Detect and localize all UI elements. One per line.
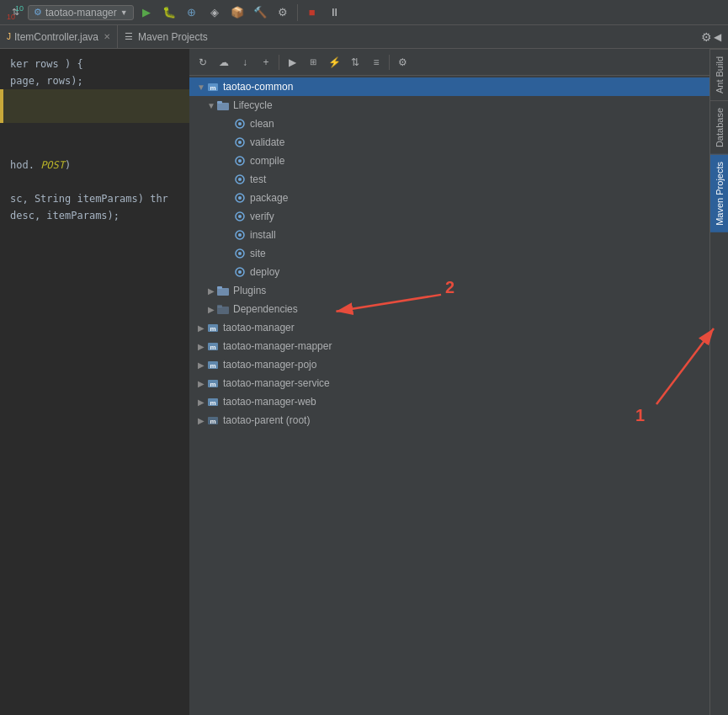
tree-item-package[interactable]: package	[189, 189, 709, 207]
deploy-button[interactable]: 📦	[227, 3, 247, 23]
tree-item-test[interactable]: test	[189, 170, 709, 189]
tree-item-label: site	[250, 248, 266, 259]
svg-rect-23	[217, 286, 222, 289]
tree-item-plugins[interactable]: ▶ Plugins	[189, 281, 709, 300]
counter-btn[interactable]: 10 10 ⇅	[5, 3, 25, 23]
code-text: page, rows);	[3, 72, 83, 89]
run-config-combo[interactable]: ⚙ taotao-manager ▼	[28, 5, 134, 20]
stop-button[interactable]: ■	[302, 3, 322, 23]
tree-item-verify[interactable]: verify	[189, 207, 709, 226]
tree-item-taotao-common[interactable]: ▼ m taotao-common	[189, 77, 709, 96]
maven-collapse-icon[interactable]: ◀	[714, 31, 721, 43]
coverage-button[interactable]: ⊕	[182, 3, 202, 23]
svg-text:m: m	[210, 362, 215, 370]
tree-item-install[interactable]: install	[189, 226, 709, 244]
maven-projects-tab[interactable]: Maven Projects	[710, 154, 729, 232]
code-line: desc, itemParams);	[0, 207, 189, 224]
tree-item-label: deploy	[250, 266, 279, 278]
svg-text:m: m	[210, 344, 215, 351]
svg-text:m: m	[210, 325, 215, 333]
add-maven-btn[interactable]: +	[256, 52, 276, 72]
tree-item-label: verify	[250, 211, 274, 222]
tree-item-taotao-manager-mapper[interactable]: ▶ m taotao-manager-mapper	[189, 337, 709, 355]
maven-panel-header: ☰ Maven Projects ⚙ ◀	[118, 25, 728, 48]
tree-item-site[interactable]: site	[189, 244, 709, 263]
tree-item-taotao-manager-pojo[interactable]: ▶ m taotao-manager-pojo	[189, 355, 709, 374]
tree-item-label: Lifecycle	[233, 99, 273, 111]
profile-button[interactable]: ◈	[205, 3, 225, 23]
tree-item-label: taotao-manager-mapper	[223, 340, 332, 352]
maven-settings-btn[interactable]: ⚙	[392, 52, 412, 72]
collapse-all-btn[interactable]: ≡	[366, 52, 386, 72]
generate-btn[interactable]: ⇅	[345, 52, 365, 72]
ant-button[interactable]: 🔨	[250, 3, 270, 23]
svg-point-19	[238, 252, 242, 255]
refresh-btn[interactable]: ↻	[193, 52, 213, 72]
tab-close-icon[interactable]: ✕	[104, 32, 110, 41]
run-config-btn[interactable]: ⊞	[303, 52, 323, 72]
line-marker	[0, 106, 3, 123]
maven-project-icon: m	[206, 414, 220, 427]
tree-item-label: taotao-manager-web	[223, 396, 316, 408]
maven-gear-icon[interactable]: ⚙	[701, 30, 712, 44]
tree-item-label: clean	[250, 118, 274, 130]
plugins-folder-icon	[216, 284, 230, 297]
tree-item-label: taotao-manager-service	[223, 377, 330, 389]
code-lines: ker rows ) { page, rows); hod. POST)	[0, 49, 189, 231]
tree-item-taotao-parent[interactable]: ▶ m taotao-parent (root)	[189, 411, 709, 430]
ant-build-tab[interactable]: Ant Build	[710, 49, 729, 100]
tree-item-taotao-manager[interactable]: ▶ m taotao-manager	[189, 318, 709, 337]
run-toolbar: 10 10 ⇅ ⚙ taotao-manager ▼ ▶ 🐛 ⊕ ◈ 📦 🔨 ⚙…	[0, 0, 728, 25]
toggle-offline-btn[interactable]: ⚡	[324, 52, 344, 72]
svg-point-9	[238, 159, 242, 163]
tree-item-label: taotao-manager	[223, 322, 295, 333]
maven-panel: ↻ ☁ ↓ + ▶ ⊞ ⚡ ⇅ ≡ ⚙ ▼ m taotao-common	[189, 49, 709, 715]
maven-tree[interactable]: ▼ m taotao-common ▼ Lifecycle	[189, 76, 709, 715]
dependencies-folder-icon	[216, 302, 230, 316]
tree-item-label: compile	[250, 155, 284, 167]
tab-item-controller[interactable]: J ItemController.java ✕	[0, 25, 118, 48]
tree-item-validate[interactable]: validate	[189, 133, 709, 152]
main-content: ker rows ) { page, rows); hod. POST)	[0, 49, 728, 715]
tree-item-lifecycle[interactable]: ▼ Lifecycle	[189, 96, 709, 115]
tree-item-label: Plugins	[233, 285, 266, 296]
svg-point-15	[238, 215, 242, 218]
code-line: ker rows ) {	[0, 56, 189, 72]
tree-item-deploy[interactable]: deploy	[189, 263, 709, 281]
expand-arrow: ▶	[196, 360, 206, 370]
maven-panel-title-label: Maven Projects	[138, 31, 208, 43]
tree-item-clean[interactable]: clean	[189, 115, 709, 133]
expand-arrow: ▶	[196, 323, 206, 333]
expand-arrow: ▶	[206, 286, 216, 296]
maven-project-icon: m	[206, 358, 220, 371]
code-text	[3, 89, 16, 106]
svg-point-21	[238, 270, 242, 274]
download-btn[interactable]: ↓	[235, 52, 255, 72]
expand-arrow: ▶	[206, 305, 216, 314]
tree-item-compile[interactable]: compile	[189, 152, 709, 170]
list-view-icon: ☰	[125, 31, 133, 42]
gear-lifecycle-icon	[233, 228, 247, 242]
svg-rect-22	[217, 288, 229, 296]
code-line-highlighted	[0, 106, 189, 123]
tree-item-taotao-manager-service[interactable]: ▶ m taotao-manager-service	[189, 374, 709, 392]
svg-rect-3	[217, 101, 222, 104]
debug-button[interactable]: 🐛	[159, 3, 179, 23]
gear-lifecycle-icon	[233, 117, 247, 131]
download-sources-btn[interactable]: ☁	[214, 52, 234, 72]
svg-point-13	[238, 196, 242, 200]
maven-project-icon: m	[206, 321, 220, 334]
run-maven-btn[interactable]: ▶	[282, 52, 302, 72]
tree-item-label: package	[250, 192, 288, 204]
database-tab[interactable]: Database	[710, 100, 729, 154]
svg-rect-25	[217, 305, 222, 307]
tree-item-taotao-manager-web[interactable]: ▶ m taotao-manager-web	[189, 392, 709, 411]
suspend-button[interactable]: ⏸	[325, 3, 345, 23]
run-button[interactable]: ▶	[136, 3, 157, 23]
tree-item-dependencies[interactable]: ▶ Dependencies	[189, 300, 709, 318]
code-text: ker rows ) {	[3, 56, 83, 72]
tab-label: ItemController.java	[14, 31, 98, 43]
code-text: desc, itemParams);	[3, 207, 120, 224]
tree-item-label: Dependencies	[233, 303, 298, 315]
settings-run-btn[interactable]: ⚙	[273, 3, 293, 23]
